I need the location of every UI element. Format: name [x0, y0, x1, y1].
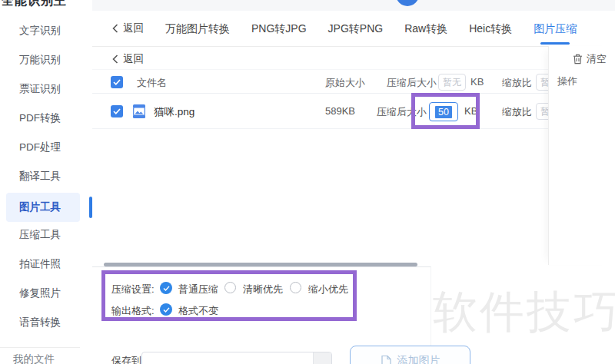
- col-compressed-size: 压缩后大小: [387, 76, 437, 90]
- sidebar: 全能识别王 文字识别 万能识别 票证识别 PDF转换 PDF处理 翻译工具 图片…: [0, 0, 92, 364]
- col-original-size: 原始大小: [325, 76, 365, 90]
- active-tab-underline: [540, 42, 570, 45]
- check-icon: [113, 79, 121, 85]
- check-icon: [163, 307, 170, 313]
- row-filename: 猫咪.png: [154, 105, 194, 119]
- compress-settings-row: 压缩设置: 普通压缩 清晰优先 缩小优先: [92, 281, 431, 296]
- top-strip: [92, 0, 615, 11]
- row-compressed-label: 压缩后大小: [377, 105, 427, 119]
- clear-all-button[interactable]: 清空: [573, 52, 607, 66]
- table-header-row: 文件名 原始大小 压缩后大小 暂无 KB 缩放比 暂无: [92, 69, 615, 94]
- app-window: 全能识别王 文字识别 万能识别 票证识别 PDF转换 PDF处理 翻译工具 图片…: [0, 0, 615, 364]
- tab-heic-convert[interactable]: Heic转换: [469, 11, 512, 47]
- chevron-down-icon: [313, 352, 331, 364]
- add-image-button[interactable]: 添加图片: [350, 346, 470, 364]
- chevron-left-icon: [112, 24, 118, 33]
- col-scale: 缩放比: [502, 76, 532, 90]
- blue-circle-icon: [396, 0, 419, 6]
- col-action: 操作: [557, 74, 577, 88]
- sidebar-item-compress-tools[interactable]: 压缩工具: [6, 220, 80, 250]
- watermark-text: 软件技巧: [433, 283, 615, 342]
- check-icon: [163, 286, 170, 291]
- radio-size-first[interactable]: [290, 282, 301, 293]
- radio-clarity-first[interactable]: [224, 282, 236, 293]
- document-plus-icon: [381, 355, 392, 364]
- save-to-label: 保存到: [111, 354, 141, 364]
- sidebar-item-image-tools[interactable]: 图片工具: [6, 193, 80, 222]
- image-file-icon: [131, 103, 148, 120]
- back-label: 返回: [123, 52, 144, 66]
- check-icon: [113, 108, 121, 114]
- chevron-left-icon: [112, 55, 118, 64]
- sidebar-item-universal-ocr[interactable]: 万能识别: [6, 45, 80, 74]
- output-format-row: 输出格式: 格式不变: [92, 303, 431, 318]
- radio-format-unchanged[interactable]: [160, 303, 172, 316]
- compressed-size-value: 50: [435, 106, 452, 118]
- sidebar-item-pdf-process[interactable]: PDF处理: [6, 133, 80, 162]
- add-image-label: 添加图片: [397, 354, 440, 364]
- sidebar-divider: [0, 347, 80, 348]
- select-all-checkbox[interactable]: [111, 76, 123, 88]
- row-unit-label: KB: [464, 105, 477, 117]
- radio-label-clarity-first[interactable]: 清晰优先: [243, 283, 283, 296]
- sidebar-item-id-photo[interactable]: 拍证件照: [6, 250, 80, 279]
- row-checkbox[interactable]: [111, 105, 123, 117]
- tab-image-compress[interactable]: 图片压缩: [534, 11, 577, 47]
- sidebar-item-ticket-ocr[interactable]: 票证识别: [6, 74, 80, 104]
- tab-bar: 返回 万能图片转换 PNG转JPG JPG转PNG Raw转换 Heic转换 图…: [92, 11, 615, 47]
- compressed-size-input-header[interactable]: 暂无: [438, 74, 466, 91]
- back-button[interactable]: 返回: [112, 22, 144, 35]
- save-path-select[interactable]: [141, 352, 332, 364]
- back-label: 返回: [123, 22, 144, 35]
- main-content: 返回 万能图片转换 PNG转JPG JPG转PNG Raw转换 Heic转换 图…: [92, 0, 615, 364]
- trash-icon: [573, 54, 583, 65]
- radio-label-format-unchanged[interactable]: 格式不变: [178, 304, 218, 318]
- radio-label-normal-compress[interactable]: 普通压缩: [178, 283, 218, 296]
- tab-png-to-jpg[interactable]: PNG转JPG: [251, 11, 307, 47]
- radio-label-size-first[interactable]: 缩小优先: [308, 283, 348, 296]
- table-row: 猫咪.png 589KB 压缩后大小 50 KB 缩放比 暂无: [92, 94, 615, 129]
- app-title-clipped: 全能识别王: [2, 0, 67, 9]
- back-button-secondary[interactable]: 返回: [112, 52, 144, 66]
- tab-raw-convert[interactable]: Raw转换: [404, 11, 447, 47]
- sidebar-item-photo-repair[interactable]: 修复照片: [6, 279, 80, 308]
- compressed-size-input[interactable]: 50: [429, 102, 458, 121]
- row-original-size: 589KB: [325, 105, 355, 117]
- radio-normal-compress[interactable]: [160, 282, 172, 294]
- sidebar-item-voice-convert[interactable]: 语音转换: [6, 308, 80, 337]
- compress-settings-label: 压缩设置:: [111, 283, 155, 296]
- sidebar-item-translate[interactable]: 翻译工具: [6, 162, 80, 191]
- output-format-label: 输出格式:: [111, 304, 155, 318]
- tab-universal-image-convert[interactable]: 万能图片转换: [165, 11, 230, 47]
- sidebar-item-pdf-convert[interactable]: PDF转换: [6, 104, 80, 133]
- clear-label: 清空: [587, 52, 607, 66]
- unit-label: KB: [470, 76, 484, 88]
- col-filename: 文件名: [137, 76, 167, 90]
- tab-jpg-to-png[interactable]: JPG转PNG: [328, 11, 384, 47]
- horizontal-scrollbar[interactable]: [104, 263, 417, 266]
- sidebar-item-text-ocr[interactable]: 文字识别: [6, 16, 80, 45]
- row-scale-label: 缩放比: [502, 105, 532, 119]
- sidebar-item-my-files[interactable]: 我的文件: [13, 352, 55, 364]
